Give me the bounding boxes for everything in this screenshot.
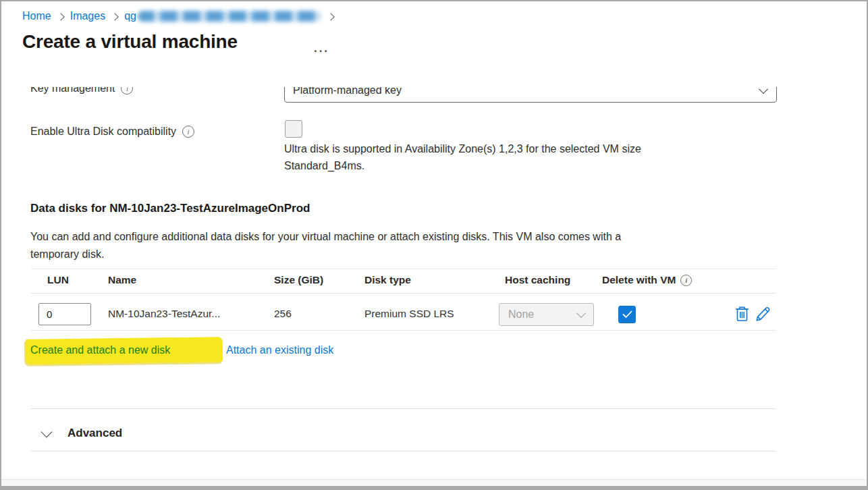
key-management-label: Key management: [30, 87, 115, 94]
key-management-label-group: Key management i: [30, 87, 133, 97]
breadcrumb-chevron-icon: [327, 13, 334, 20]
column-header-host-caching: Host caching: [505, 274, 570, 286]
advanced-label: Advanced: [67, 427, 122, 440]
ultra-disk-checkbox[interactable]: [285, 120, 302, 138]
breadcrumb-redacted-blur: [138, 11, 321, 22]
horizontal-scrollbar[interactable]: [1, 479, 867, 489]
more-options-button[interactable]: ···: [314, 45, 329, 58]
chevron-down-icon: [41, 427, 53, 438]
info-icon[interactable]: i: [182, 126, 194, 138]
disk-type-cell: Premium SSD LRS: [364, 308, 454, 320]
key-management-dropdown[interactable]: Platform-managed key: [284, 87, 777, 103]
create-attach-disk-link[interactable]: Create and attach a new disk: [30, 344, 170, 356]
edit-disk-button[interactable]: [755, 305, 771, 323]
ultra-disk-label-group: Enable Ultra Disk compatibility i: [30, 126, 194, 138]
checkmark-icon: [622, 310, 632, 319]
info-icon[interactable]: i: [121, 87, 133, 94]
chevron-down-icon: [576, 308, 586, 318]
table-header-border: [30, 293, 776, 294]
data-disks-heading: Data disks for NM-10Jan23-TestAzureImage…: [30, 202, 310, 215]
ultra-disk-help-text: Ultra disk is supported in Availability …: [284, 140, 757, 174]
column-header-delete-with-vm: Delete with VM i: [602, 274, 692, 286]
horizontal-scrollbar-thumb[interactable]: [1, 486, 867, 489]
breadcrumb-home[interactable]: Home: [22, 10, 51, 22]
delete-with-vm-checkbox[interactable]: [618, 306, 636, 323]
lun-input[interactable]: [38, 303, 91, 325]
page-title: Create a virtual machine: [22, 31, 238, 53]
disk-size-cell: 256: [274, 308, 292, 320]
breadcrumb-chevron-icon: [111, 13, 118, 20]
table-row-border: [30, 330, 776, 331]
disk-name-cell: NM-10Jan23-TestAzur...: [108, 308, 220, 320]
attach-existing-disk-link[interactable]: Attach an existing disk: [226, 344, 333, 356]
host-caching-select: None: [499, 303, 594, 326]
delete-with-vm-label: Delete with VM: [602, 274, 676, 286]
column-header-disk-type: Disk type: [364, 274, 411, 286]
section-divider: [30, 408, 776, 409]
key-management-value: Platform-managed key: [293, 87, 760, 97]
key-management-row: Key management i Platform-managed key: [1, 87, 867, 103]
trash-icon: [734, 305, 750, 323]
column-header-lun: LUN: [47, 274, 69, 286]
section-divider: [30, 451, 776, 452]
breadcrumb-image-item[interactable]: qg: [124, 10, 321, 22]
info-icon[interactable]: i: [680, 275, 692, 286]
table-top-border: [30, 269, 776, 269]
column-header-name: Name: [108, 274, 136, 286]
breadcrumb-images[interactable]: Images: [70, 10, 105, 22]
delete-disk-button[interactable]: [734, 305, 750, 323]
advanced-section-toggle[interactable]: Advanced: [43, 427, 122, 440]
data-disks-description: You can add and configure additional dat…: [30, 228, 766, 263]
column-header-size: Size (GiB): [274, 274, 323, 286]
ultra-disk-label: Enable Ultra Disk compatibility: [30, 126, 176, 138]
breadcrumb-chevron-icon: [57, 13, 64, 20]
breadcrumb-image-prefix: qg: [124, 10, 136, 22]
host-caching-value: None: [508, 308, 578, 321]
pencil-icon: [755, 305, 771, 323]
create-vm-page: Home Images qg Create a virtual machine …: [0, 0, 868, 490]
chevron-down-icon: [759, 87, 768, 94]
breadcrumb: Home Images qg: [22, 10, 333, 22]
